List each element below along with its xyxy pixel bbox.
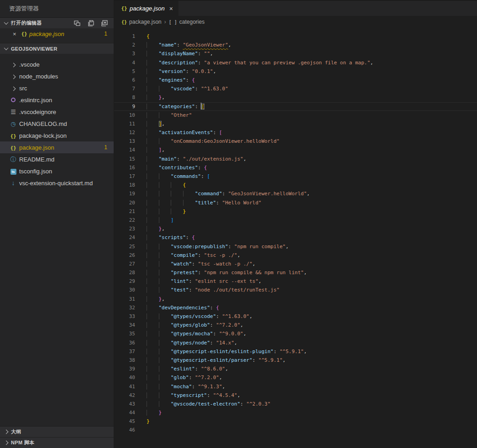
readme-info-icon: ⓘ <box>9 156 17 162</box>
code-line-5[interactable]: 5 "version": "0.0.1", <box>114 67 477 76</box>
code-line-11[interactable]: 11 ], <box>114 120 477 128</box>
file-name: node_modules <box>19 73 58 80</box>
tree-item-vsc-extension-quickstart-md[interactable]: ↓vsc-extension-quickstart.md <box>0 177 114 189</box>
sidebar-bottom-sections: 大纲NPM 脚本 <box>0 426 114 448</box>
code-line-14[interactable]: 14 ], <box>114 146 477 154</box>
code-line-17[interactable]: 17 "commands": [ <box>114 172 477 181</box>
tree-item--eslintrc-json[interactable]: .eslintrc.json <box>0 94 114 106</box>
tab-close-icon[interactable]: × <box>168 5 174 12</box>
open-editor-item-package-json[interactable]: × {} package.json 1 <box>0 28 114 39</box>
line-number: 41 <box>114 382 135 391</box>
code-line-3[interactable]: 3 "displayName": "", <box>114 49 477 58</box>
code-line-28[interactable]: 28 "pretest": "npm run compile && npm ru… <box>114 268 477 277</box>
breadcrumb-item-package-json[interactable]: {}package.json <box>121 19 162 25</box>
line-number: 39 <box>114 365 135 373</box>
code-line-7[interactable]: 7 "vscode": "^1.63.0" <box>114 84 477 93</box>
line-content: }, <box>135 94 165 100</box>
code-line-4[interactable]: 4 "description": "a viewer that you can … <box>114 58 477 67</box>
tree-item-changelog-md[interactable]: ◷CHANGELOG.md <box>0 118 114 130</box>
code-line-16[interactable]: 16 "contributes": { <box>114 163 477 172</box>
section-header-大纲[interactable]: 大纲 <box>0 426 114 437</box>
line-number: 2 <box>114 41 135 49</box>
code-line-44[interactable]: 44 } <box>114 408 477 417</box>
new-untitled-file-icon[interactable] <box>73 20 81 27</box>
code-line-23[interactable]: 23 }, <box>114 224 477 233</box>
line-content: "typescript": "^4.5.4", <box>135 392 240 398</box>
tree-item-package-lock-json[interactable]: {}package-lock.json <box>0 130 114 141</box>
code-line-21[interactable]: 21 } <box>114 207 477 216</box>
section-header-npm-脚本[interactable]: NPM 脚本 <box>0 437 114 448</box>
code-line-6[interactable]: 6 "engines": { <box>114 76 477 84</box>
line-number: 24 <box>114 233 135 242</box>
tree-item-package-json[interactable]: {}package.json1 <box>0 141 114 153</box>
line-content: "@types/glob": "^7.2.0", <box>135 322 243 328</box>
code-line-1[interactable]: 1{ <box>114 32 477 41</box>
line-number: 28 <box>114 268 135 277</box>
code-line-36[interactable]: 36 "@types/node": "14.x", <box>114 339 477 347</box>
code-line-30[interactable]: 30 "test": "node ./out/test/runTest.js" <box>114 286 477 294</box>
code-line-10[interactable]: 10 "Other" <box>114 111 477 120</box>
save-all-icon[interactable] <box>87 20 94 27</box>
line-content: "vscode:prepublish": "npm run compile", <box>135 244 288 250</box>
code-line-12[interactable]: 12 "activationEvents": [ <box>114 128 477 137</box>
close-all-editors-icon[interactable] <box>101 20 108 27</box>
close-icon[interactable]: × <box>13 31 20 37</box>
code-line-18[interactable]: 18 { <box>114 181 477 189</box>
code-line-46[interactable]: 46 <box>114 426 477 434</box>
code-line-43[interactable]: 43 "@vscode/test-electron": "^2.0.3" <box>114 400 477 408</box>
file-name: .vscodeignore <box>19 109 56 115</box>
line-number: 31 <box>114 295 135 303</box>
tree-item-readme-md[interactable]: ⓘREADME.md <box>0 153 114 165</box>
code-line-34[interactable]: 34 "@types/glob": "^7.2.0", <box>114 321 477 329</box>
tree-item-tsconfig-json[interactable]: tstsconfig.json <box>0 165 114 177</box>
line-number: 19 <box>114 189 135 198</box>
tree-item--vscodeignore[interactable]: ☰.vscodeignore <box>0 106 114 118</box>
code-line-39[interactable]: 39 "eslint": "^8.6.0", <box>114 365 477 373</box>
code-line-26[interactable]: 26 "compile": "tsc -p ./", <box>114 251 477 260</box>
code-line-42[interactable]: 42 "typescript": "^4.5.4", <box>114 391 477 400</box>
code-line-33[interactable]: 33 "@types/vscode": "^1.63.0", <box>114 312 477 321</box>
code-line-22[interactable]: 22 ] <box>114 216 477 224</box>
line-content: "commands": [ <box>135 173 210 179</box>
line-number: 30 <box>114 286 135 294</box>
code-line-15[interactable]: 15 "main": "./out/extension.js", <box>114 155 477 163</box>
tree-item-src[interactable]: src <box>0 82 114 94</box>
line-number: 40 <box>114 373 135 382</box>
code-line-13[interactable]: 13 "onCommand:GeoJsonViewer.helloWorld" <box>114 137 477 146</box>
code-line-2[interactable]: 2 "name": "GeoJsonViewer", <box>114 41 477 49</box>
open-editors-header[interactable]: 打开的编辑器 <box>0 17 114 28</box>
breadcrumb-label: package.json <box>129 19 162 25</box>
code-line-9[interactable]: 9 "categories": [ <box>114 102 477 111</box>
tree-item--vscode[interactable]: .vscode <box>0 58 114 70</box>
code-line-24[interactable]: 24 "scripts": { <box>114 233 477 242</box>
tab-package-json[interactable]: {} package.json × <box>114 1 178 16</box>
code-line-37[interactable]: 37 "@typescript-eslint/eslint-plugin": "… <box>114 347 477 356</box>
text-cursor <box>201 103 201 109</box>
line-number: 8 <box>114 93 135 102</box>
json-brackets-icon: {} <box>121 20 127 25</box>
line-number: 35 <box>114 329 135 338</box>
code-line-29[interactable]: 29 "lint": "eslint src --ext ts", <box>114 277 477 286</box>
code-line-35[interactable]: 35 "@types/mocha": "^9.0.0", <box>114 329 477 338</box>
line-content: "engines": { <box>135 77 195 83</box>
code-line-40[interactable]: 40 "glob": "^7.2.0", <box>114 373 477 382</box>
code-line-32[interactable]: 32 "devDependencies": { <box>114 303 477 312</box>
code-line-41[interactable]: 41 "mocha": "^9.1.3", <box>114 382 477 391</box>
code-line-31[interactable]: 31 }, <box>114 295 477 303</box>
tree-item-node-modules[interactable]: node_modules <box>0 70 114 82</box>
code-line-45[interactable]: 45} <box>114 417 477 426</box>
code-line-8[interactable]: 8 }, <box>114 93 477 102</box>
line-content: ], <box>135 147 165 153</box>
code-line-20[interactable]: 20 "title": "Hello World" <box>114 198 477 207</box>
line-number: 38 <box>114 356 135 365</box>
code-line-27[interactable]: 27 "watch": "tsc -watch -p ./", <box>114 260 477 268</box>
code-line-25[interactable]: 25 "vscode:prepublish": "npm run compile… <box>114 242 477 251</box>
typescript-config-icon: ts <box>9 168 17 175</box>
project-folder-header[interactable]: GEOJSONVIEWER <box>0 43 114 54</box>
breadcrumb-item-categories[interactable]: [ ]categories <box>169 19 204 25</box>
problems-badge: 1 <box>104 31 114 37</box>
code-line-19[interactable]: 19 "command": "GeoJsonViewer.helloWorld"… <box>114 189 477 198</box>
file-name: src <box>19 85 27 92</box>
file-tree: .vscodenode_modulessrc.eslintrc.json☰.vs… <box>0 58 114 189</box>
code-line-38[interactable]: 38 "@typescript-eslint/parser": "^5.9.1"… <box>114 356 477 365</box>
